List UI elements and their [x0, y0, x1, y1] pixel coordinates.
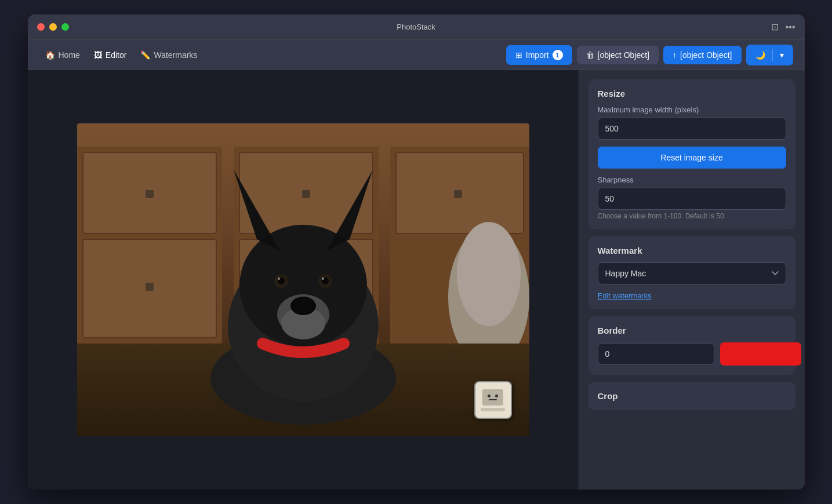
sharpness-hint: Choose a value from 1-100. Default is 50…	[598, 212, 786, 220]
app-window: PhotoStack ⊡ ••• 🏠 Home 🖼 Editor ✏️ Wate…	[28, 14, 805, 490]
border-color-swatch[interactable]	[720, 342, 801, 366]
svg-rect-13	[454, 190, 462, 198]
mac-eye-left	[488, 395, 491, 397]
svg-point-34	[239, 225, 367, 346]
right-panel: Resize Maximum image width (pixels) Rese…	[579, 70, 805, 490]
edit-watermarks-link[interactable]: Edit watermarks	[598, 291, 786, 300]
sidebar-item-watermarks[interactable]: ✏️ Watermarks	[135, 47, 203, 63]
watermark-overlay	[474, 381, 512, 419]
svg-rect-9	[146, 190, 154, 198]
nav-actions: ⊞ Import 1 🗑 [object Object] ↑ [object O…	[506, 45, 793, 65]
watermark-title: Watermark	[598, 246, 786, 255]
watermarks-label: Watermarks	[154, 50, 197, 60]
traffic-lights	[37, 23, 69, 31]
sidebar-item-home[interactable]: 🏠 Home	[39, 47, 86, 63]
titlebar-actions: ⊡ •••	[771, 21, 795, 32]
pip-icon[interactable]: ⊡	[771, 21, 779, 32]
import-icon: ⊞	[515, 50, 522, 60]
sharpness-field: Sharpness Choose a value from 1-100. Def…	[598, 176, 786, 220]
sharpness-input[interactable]	[598, 188, 786, 210]
minimize-button[interactable]	[49, 23, 57, 31]
dog-photo-svg	[77, 123, 529, 436]
happy-mac-icon	[474, 381, 512, 419]
mac-base	[481, 408, 505, 411]
maximize-button[interactable]	[61, 23, 69, 31]
svg-rect-10	[146, 283, 154, 291]
trash-icon: 🗑	[586, 50, 594, 60]
mac-mouth	[489, 399, 497, 400]
moon-icon: 🌙	[755, 50, 765, 60]
clear-button[interactable]: 🗑 [object Object]	[577, 46, 659, 64]
editor-label: Editor	[106, 50, 127, 60]
max-width-input[interactable]	[598, 118, 786, 140]
window-title: PhotoStack	[397, 23, 435, 31]
crop-title: Crop	[598, 391, 786, 401]
watermark-select[interactable]: None Happy Mac	[598, 262, 786, 284]
border-title: Border	[598, 326, 786, 335]
svg-rect-11	[302, 190, 310, 198]
image-container	[77, 123, 529, 436]
watermarks-icon: ✏️	[140, 50, 150, 60]
import-badge: 1	[553, 50, 563, 60]
sidebar-item-editor[interactable]: 🖼 Editor	[88, 47, 133, 63]
max-width-field: Maximum image width (pixels)	[598, 105, 786, 140]
export-label: [object Object]	[680, 50, 732, 60]
resize-title: Resize	[598, 89, 786, 98]
crop-section: Crop	[588, 382, 795, 410]
border-value-input[interactable]	[598, 343, 714, 365]
image-area	[28, 70, 579, 490]
navbar: 🏠 Home 🖼 Editor ✏️ Watermarks ⊞ Import 1…	[28, 40, 805, 70]
export-button[interactable]: ↑ [object Object]	[663, 46, 742, 64]
max-width-label: Maximum image width (pixels)	[598, 105, 786, 114]
dropdown-divider	[772, 49, 773, 61]
watermark-section: Watermark None Happy Mac Edit watermarks	[588, 236, 795, 309]
reset-image-size-button[interactable]: Reset image size	[598, 147, 786, 169]
titlebar: PhotoStack ⊡ •••	[28, 14, 805, 40]
resize-section: Resize Maximum image width (pixels) Rese…	[588, 79, 795, 229]
home-icon: 🏠	[45, 50, 55, 60]
theme-toggle-button[interactable]: 🌙 ▾	[746, 45, 793, 65]
clear-label: [object Object]	[598, 50, 650, 60]
import-button[interactable]: ⊞ Import 1	[506, 45, 572, 65]
close-button[interactable]	[37, 23, 45, 31]
mac-screen	[482, 389, 503, 406]
home-label: Home	[59, 50, 80, 60]
export-icon: ↑	[673, 50, 677, 60]
ellipsis-icon[interactable]: •••	[786, 22, 795, 32]
svg-point-15	[457, 222, 521, 326]
border-section: Border	[588, 316, 795, 375]
mac-eye-right	[495, 395, 498, 397]
chevron-down-icon: ▾	[780, 50, 784, 60]
editor-icon: 🖼	[94, 50, 102, 60]
mac-eyes	[488, 395, 498, 397]
main-content: Resize Maximum image width (pixels) Rese…	[28, 70, 805, 490]
photo-preview	[77, 123, 529, 436]
border-row	[598, 342, 786, 366]
import-label: Import	[526, 50, 549, 60]
sharpness-label: Sharpness	[598, 176, 786, 184]
